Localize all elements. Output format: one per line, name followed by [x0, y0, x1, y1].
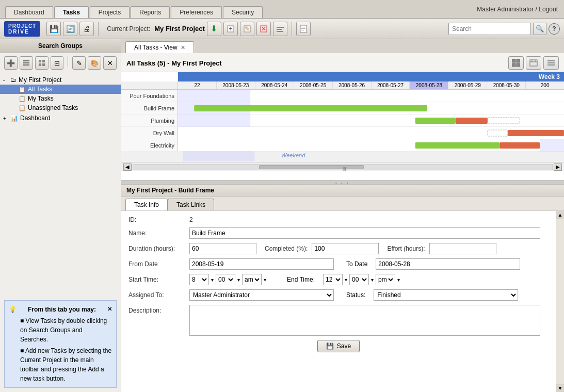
gantt-scrollbar: ◀ ||| ▶ [121, 162, 564, 171]
time-sep2: ▾ [237, 277, 240, 283]
sidebar-list-view-btn[interactable] [20, 56, 33, 70]
info-bulb-icon: 💡 [9, 305, 17, 314]
scroll-track-area[interactable] [556, 219, 564, 384]
detail-with-scroll: ID: 2 Name: Duration (hours): Completed … [121, 211, 564, 392]
tab-projects[interactable]: Projects [90, 6, 130, 18]
sidebar-item-unassigned-tasks[interactable]: 📋 Unassigned Tasks [0, 103, 121, 112]
svg-rect-19 [42, 63, 45, 66]
tab-dashboard[interactable]: Dashboard [5, 6, 53, 18]
duration-input[interactable] [189, 243, 256, 254]
tab-task-links[interactable]: Task Links [168, 199, 214, 210]
separator2 [292, 22, 292, 36]
sidebar-item-my-tasks[interactable]: 📋 My Tasks [0, 94, 121, 103]
dashboard-icon: 📊 [10, 115, 18, 122]
svg-rect-6 [277, 27, 284, 28]
svg-rect-22 [512, 63, 515, 67]
gantt-grid-btn[interactable] [508, 56, 524, 70]
end-hour-select[interactable]: 12 [323, 274, 343, 285]
scroll-down-btn[interactable]: ▼ [556, 384, 564, 392]
scroll-right-btn[interactable]: ▶ [554, 164, 562, 171]
search-box: 🔍 ? [448, 23, 560, 35]
scroll-up-btn[interactable]: ▲ [556, 211, 564, 219]
svg-rect-43 [183, 151, 254, 161]
search-btn[interactable]: 🔍 [533, 23, 546, 35]
effort-input[interactable] [429, 243, 496, 254]
sidebar-edit-btn[interactable]: ✎ [72, 56, 86, 70]
gantt-list-btn[interactable] [543, 56, 559, 70]
gantt-date-26: 2008-05-26 [333, 81, 372, 89]
view-tab-all-tasks[interactable]: All Tasks - View ✕ [125, 41, 194, 53]
gantt-view-buttons [508, 56, 559, 70]
start-ampm-select[interactable]: am [242, 274, 262, 285]
description-textarea[interactable] [189, 305, 540, 336]
info-item-2: ■ Add new Tasks by selecting the Current… [20, 346, 112, 383]
splitter[interactable]: • • • [121, 181, 564, 185]
dashboard-label: Dashboard [20, 115, 51, 122]
end-min-select[interactable]: 00 [349, 274, 369, 285]
start-time-label: Start Time: [128, 276, 185, 283]
help-btn[interactable]: ? [549, 23, 560, 35]
sidebar-color-btn[interactable]: 🎨 [88, 56, 101, 70]
refresh-btn[interactable]: 🔄 [63, 22, 77, 36]
tab-preferences[interactable]: Preferences [171, 6, 222, 18]
start-hour-select[interactable]: 8 [189, 274, 209, 285]
svg-rect-17 [42, 60, 45, 62]
gantt-calendar-btn[interactable] [526, 56, 541, 70]
sidebar-add-group-btn[interactable]: ➕ [4, 56, 18, 70]
from-date-input[interactable] [189, 258, 334, 270]
assigned-label: Assigned To: [128, 291, 185, 299]
status-select[interactable]: Not Started In Progress Finished Deferre… [374, 289, 518, 301]
info-close-btn[interactable]: ✕ [107, 305, 112, 314]
svg-rect-40 [415, 142, 500, 149]
tree-project-item[interactable]: - 🗂 My First Project [0, 75, 121, 85]
gantt-date-22: 22 [178, 81, 217, 89]
sidebar-item-all-tasks[interactable]: 📋 All Tasks [0, 85, 121, 94]
edit-task-btn[interactable]: ✎ [240, 22, 254, 36]
svg-rect-10 [301, 27, 305, 27]
tab-security[interactable]: Security [223, 6, 263, 18]
end-ampm-select[interactable]: pm [376, 274, 395, 285]
assigned-select[interactable]: Master Administrator [189, 289, 334, 301]
sidebar-delete-btn[interactable]: ✕ [103, 56, 117, 70]
user-info[interactable]: Master Administrator / Logout [471, 6, 564, 13]
search-input[interactable] [448, 23, 531, 35]
add-task-btn[interactable]: + [223, 22, 238, 36]
view-tab-close-icon[interactable]: ✕ [181, 44, 185, 51]
task-icon: 📋 [19, 86, 26, 93]
tab-tasks[interactable]: Tasks [54, 6, 89, 18]
task-chart-buildframe [178, 102, 564, 114]
tab-reports[interactable]: Reports [131, 6, 170, 18]
task-chart-drywall [178, 127, 564, 139]
scroll-track[interactable]: ||| [133, 164, 553, 170]
sidebar-expand-btn[interactable]: ⊞ [51, 56, 64, 70]
report-btn[interactable] [296, 22, 311, 36]
task-detail: My First Project - Build Frame Task Info… [121, 185, 564, 392]
save-toolbar-btn[interactable]: 💾 [46, 22, 61, 36]
svg-rect-12 [301, 30, 304, 30]
start-min-select[interactable]: 00 [216, 274, 235, 285]
scroll-thumb[interactable] [259, 165, 364, 169]
gantt-view-btn[interactable] [273, 22, 287, 36]
scroll-left-btn[interactable]: ◀ [123, 164, 132, 171]
gantt-date-31: 200 [526, 81, 564, 89]
end-time-sep2: ▾ [371, 277, 374, 283]
separator1 [98, 22, 99, 36]
sidebar-item-dashboard[interactable]: + 📊 Dashboard [0, 113, 121, 123]
detail-scrollbar: ▲ ▼ [556, 211, 564, 392]
print-btn[interactable]: 🖨 [79, 22, 94, 36]
name-input[interactable] [189, 227, 540, 239]
save-button[interactable]: 💾 Save [317, 340, 360, 352]
gantt-weekend-row: Weekend [121, 152, 564, 162]
sidebar-header: Search Groups [0, 39, 121, 53]
current-project-name: My First Project [154, 25, 205, 32]
completed-input[interactable] [312, 243, 379, 254]
save-icon: 💾 [326, 342, 334, 350]
end-time-sep1: ▾ [345, 277, 347, 283]
to-date-input[interactable] [376, 258, 520, 270]
sidebar-grid-view-btn[interactable] [35, 56, 49, 70]
tab-task-info[interactable]: Task Info [125, 199, 168, 210]
gantt-date-24: 2008-05-24 [255, 81, 294, 89]
delete-task-btn[interactable]: ✕ [256, 22, 271, 36]
project-icon: 🗂 [10, 76, 17, 84]
project-down-btn[interactable]: ⬇ [207, 22, 221, 36]
